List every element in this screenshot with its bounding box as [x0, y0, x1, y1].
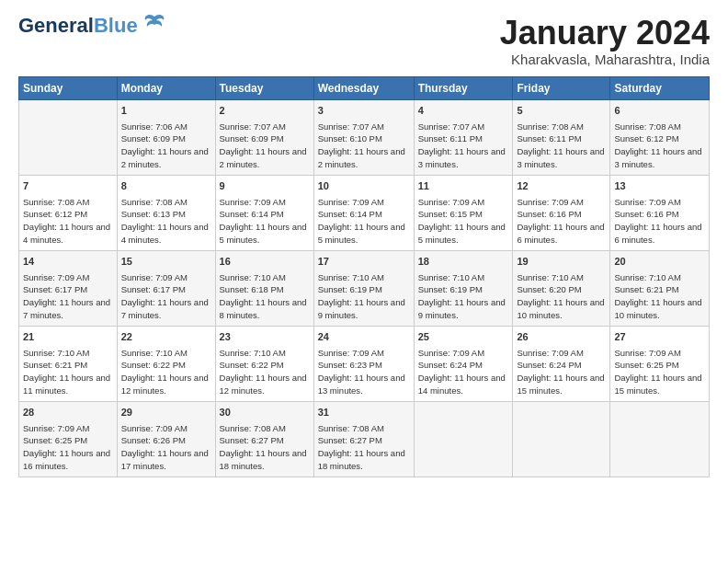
cell-content: Sunrise: 7:10 AM Sunset: 6:18 PM Dayligh…	[220, 271, 310, 322]
calendar-cell: 31Sunrise: 7:08 AM Sunset: 6:27 PM Dayli…	[313, 401, 414, 477]
calendar-cell	[610, 401, 710, 477]
calendar-cell: 2Sunrise: 7:07 AM Sunset: 6:09 PM Daylig…	[215, 99, 313, 175]
day-header-monday: Monday	[117, 76, 215, 99]
cell-content: Sunrise: 7:09 AM Sunset: 6:26 PM Dayligh…	[121, 422, 211, 473]
page: GeneralBlue January 2024 Kharakvasla, Ma…	[0, 0, 728, 487]
calendar-cell: 10Sunrise: 7:09 AM Sunset: 6:14 PM Dayli…	[313, 175, 414, 250]
day-number: 16	[220, 255, 310, 270]
cell-content: Sunrise: 7:09 AM Sunset: 6:17 PM Dayligh…	[121, 271, 211, 322]
header: GeneralBlue January 2024 Kharakvasla, Ma…	[18, 15, 710, 67]
calendar-cell: 26Sunrise: 7:09 AM Sunset: 6:24 PM Dayli…	[513, 326, 610, 401]
day-header-sunday: Sunday	[19, 76, 118, 99]
cell-content: Sunrise: 7:09 AM Sunset: 6:17 PM Dayligh…	[23, 271, 113, 322]
calendar-cell: 11Sunrise: 7:09 AM Sunset: 6:15 PM Dayli…	[414, 175, 513, 250]
day-number: 17	[318, 255, 410, 270]
calendar-cell: 16Sunrise: 7:10 AM Sunset: 6:18 PM Dayli…	[215, 250, 313, 326]
cell-content: Sunrise: 7:08 AM Sunset: 6:12 PM Dayligh…	[614, 121, 705, 171]
cell-content: Sunrise: 7:09 AM Sunset: 6:16 PM Dayligh…	[517, 196, 606, 247]
day-header-wednesday: Wednesday	[313, 76, 414, 99]
cell-content: Sunrise: 7:09 AM Sunset: 6:24 PM Dayligh…	[517, 347, 606, 397]
day-number: 3	[318, 104, 410, 119]
calendar-cell: 30Sunrise: 7:08 AM Sunset: 6:27 PM Dayli…	[215, 401, 313, 477]
calendar-cell: 27Sunrise: 7:09 AM Sunset: 6:25 PM Dayli…	[610, 326, 710, 401]
day-number: 10	[318, 179, 410, 194]
calendar-cell: 29Sunrise: 7:09 AM Sunset: 6:26 PM Dayli…	[117, 401, 215, 477]
day-number: 1	[121, 104, 211, 119]
calendar-cell: 14Sunrise: 7:09 AM Sunset: 6:17 PM Dayli…	[19, 250, 118, 326]
calendar-cell: 24Sunrise: 7:09 AM Sunset: 6:23 PM Dayli…	[313, 326, 414, 401]
calendar-cell: 1Sunrise: 7:06 AM Sunset: 6:09 PM Daylig…	[117, 99, 215, 175]
day-number: 31	[318, 406, 410, 420]
calendar-cell	[19, 99, 118, 175]
day-number: 6	[614, 104, 705, 119]
day-number: 19	[517, 255, 606, 270]
day-number: 14	[23, 255, 113, 270]
day-number: 23	[220, 330, 310, 345]
cell-content: Sunrise: 7:09 AM Sunset: 6:25 PM Dayligh…	[614, 347, 705, 397]
cell-content: Sunrise: 7:08 AM Sunset: 6:27 PM Dayligh…	[318, 422, 410, 473]
logo-blue: Blue	[94, 14, 138, 37]
cell-content: Sunrise: 7:10 AM Sunset: 6:19 PM Dayligh…	[418, 271, 509, 322]
day-header-friday: Friday	[513, 76, 610, 99]
calendar-cell: 5Sunrise: 7:08 AM Sunset: 6:11 PM Daylig…	[513, 99, 610, 175]
day-number: 5	[517, 104, 606, 119]
calendar-cell: 15Sunrise: 7:09 AM Sunset: 6:17 PM Dayli…	[117, 250, 215, 326]
calendar-cell: 8Sunrise: 7:08 AM Sunset: 6:13 PM Daylig…	[117, 175, 215, 250]
day-number: 28	[23, 406, 113, 420]
cell-content: Sunrise: 7:09 AM Sunset: 6:24 PM Dayligh…	[418, 347, 509, 397]
calendar-cell	[414, 401, 513, 477]
cell-content: Sunrise: 7:09 AM Sunset: 6:25 PM Dayligh…	[23, 422, 113, 473]
cell-content: Sunrise: 7:08 AM Sunset: 6:11 PM Dayligh…	[517, 121, 606, 171]
week-row-3: 14Sunrise: 7:09 AM Sunset: 6:17 PM Dayli…	[19, 250, 710, 326]
cell-content: Sunrise: 7:10 AM Sunset: 6:20 PM Dayligh…	[517, 271, 606, 322]
calendar-cell: 19Sunrise: 7:10 AM Sunset: 6:20 PM Dayli…	[513, 250, 610, 326]
month-title: January 2024	[500, 15, 710, 52]
day-number: 11	[418, 179, 509, 194]
cell-content: Sunrise: 7:07 AM Sunset: 6:11 PM Dayligh…	[418, 121, 509, 171]
calendar-cell: 25Sunrise: 7:09 AM Sunset: 6:24 PM Dayli…	[414, 326, 513, 401]
day-header-saturday: Saturday	[610, 76, 710, 99]
cell-content: Sunrise: 7:09 AM Sunset: 6:14 PM Dayligh…	[220, 196, 310, 247]
day-number: 30	[220, 406, 310, 420]
calendar-cell	[513, 401, 610, 477]
cell-content: Sunrise: 7:09 AM Sunset: 6:15 PM Dayligh…	[418, 196, 509, 247]
calendar-cell: 20Sunrise: 7:10 AM Sunset: 6:21 PM Dayli…	[610, 250, 710, 326]
calendar-cell: 12Sunrise: 7:09 AM Sunset: 6:16 PM Dayli…	[513, 175, 610, 250]
calendar-cell: 6Sunrise: 7:08 AM Sunset: 6:12 PM Daylig…	[610, 99, 710, 175]
header-row: SundayMondayTuesdayWednesdayThursdayFrid…	[19, 76, 710, 99]
calendar-cell: 7Sunrise: 7:08 AM Sunset: 6:12 PM Daylig…	[19, 175, 118, 250]
day-number: 21	[23, 330, 113, 345]
cell-content: Sunrise: 7:08 AM Sunset: 6:12 PM Dayligh…	[23, 196, 113, 247]
calendar-cell: 28Sunrise: 7:09 AM Sunset: 6:25 PM Dayli…	[19, 401, 118, 477]
day-number: 24	[318, 330, 410, 345]
day-header-tuesday: Tuesday	[215, 76, 313, 99]
cell-content: Sunrise: 7:06 AM Sunset: 6:09 PM Dayligh…	[121, 121, 211, 171]
logo-general: General	[18, 14, 94, 37]
day-number: 13	[614, 179, 705, 194]
calendar-cell: 3Sunrise: 7:07 AM Sunset: 6:10 PM Daylig…	[313, 99, 414, 175]
day-number: 27	[614, 330, 705, 345]
logo-bird-icon	[142, 11, 167, 37]
day-number: 22	[121, 330, 211, 345]
cell-content: Sunrise: 7:08 AM Sunset: 6:27 PM Dayligh…	[220, 422, 310, 473]
cell-content: Sunrise: 7:07 AM Sunset: 6:09 PM Dayligh…	[220, 121, 310, 171]
day-number: 4	[418, 104, 509, 119]
cell-content: Sunrise: 7:10 AM Sunset: 6:22 PM Dayligh…	[121, 347, 211, 397]
day-number: 20	[614, 255, 705, 270]
week-row-2: 7Sunrise: 7:08 AM Sunset: 6:12 PM Daylig…	[19, 175, 710, 250]
day-number: 9	[220, 179, 310, 194]
day-number: 18	[418, 255, 509, 270]
cell-content: Sunrise: 7:10 AM Sunset: 6:19 PM Dayligh…	[318, 271, 410, 322]
calendar-cell: 22Sunrise: 7:10 AM Sunset: 6:22 PM Dayli…	[117, 326, 215, 401]
week-row-4: 21Sunrise: 7:10 AM Sunset: 6:21 PM Dayli…	[19, 326, 710, 401]
title-block: January 2024 Kharakvasla, Maharashtra, I…	[500, 15, 710, 67]
cell-content: Sunrise: 7:09 AM Sunset: 6:23 PM Dayligh…	[318, 347, 410, 397]
location: Kharakvasla, Maharashtra, India	[500, 52, 710, 67]
logo: GeneralBlue	[18, 15, 167, 37]
day-number: 2	[220, 104, 310, 119]
day-number: 29	[121, 406, 211, 420]
day-number: 26	[517, 330, 606, 345]
calendar-cell: 23Sunrise: 7:10 AM Sunset: 6:22 PM Dayli…	[215, 326, 313, 401]
day-number: 7	[23, 179, 113, 194]
calendar-cell: 21Sunrise: 7:10 AM Sunset: 6:21 PM Dayli…	[19, 326, 118, 401]
